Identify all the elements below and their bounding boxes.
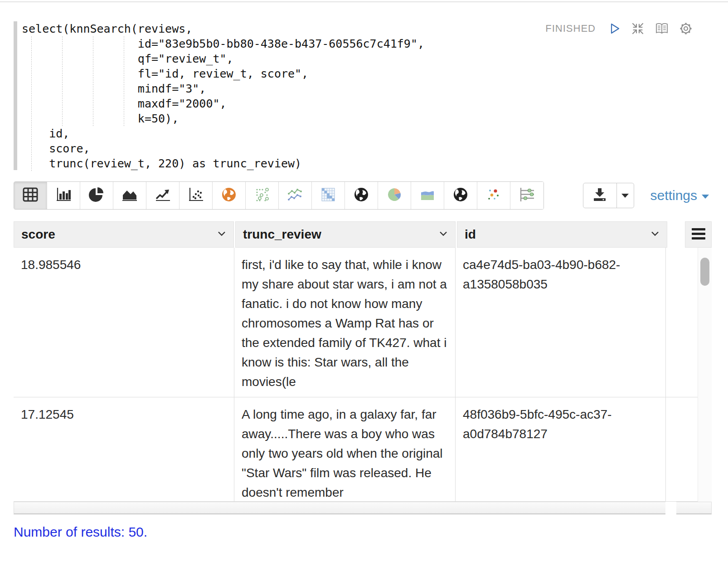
settings-toggle[interactable]: settings (650, 188, 709, 203)
globe-dark-2-icon (452, 186, 469, 205)
chart-button-heatmap-grid[interactable] (312, 182, 345, 209)
chart-button-stacked-area-chart[interactable] (411, 182, 444, 209)
paragraph-controls (607, 22, 693, 35)
shrink-icon[interactable] (631, 22, 645, 35)
table-icon (22, 186, 39, 205)
cell-id: 48f036b9-5bfc-495c-ac37-a0d784b78127 (456, 397, 666, 501)
download-split-button (583, 183, 634, 208)
caret-down-icon (702, 195, 709, 199)
visualization-toolbar: settings (14, 181, 714, 210)
play-icon[interactable] (607, 22, 621, 35)
cell-score: 18.985546 (14, 248, 234, 397)
range-sliders-icon (519, 186, 535, 205)
chart-button-table[interactable] (14, 182, 47, 209)
caret-down-icon (621, 194, 629, 198)
heatmap-grid-icon (320, 186, 336, 205)
hamburger-menu-icon (692, 228, 705, 241)
chart-button-line-chart[interactable] (146, 182, 180, 209)
horizontal-scrollbar[interactable] (14, 502, 712, 514)
indent-guide (124, 36, 124, 126)
query-code[interactable]: select(knnSearch(reviews, id="83e9b5b0-b… (22, 21, 539, 171)
table-row: 18.985546first, i'd like to say that, wh… (14, 248, 712, 397)
result-count-text: Number of results: 50. (14, 524, 147, 540)
chart-type-button-group (14, 181, 544, 210)
results-table: scoretrunc_reviewid 18.985546first, i'd … (14, 221, 712, 514)
cell-trunc-review: first, i'd like to say that, while i kno… (234, 248, 456, 397)
column-header-id[interactable]: id (457, 221, 667, 248)
download-icon (592, 187, 607, 204)
dot-matrix-icon (254, 186, 270, 205)
download-button[interactable] (583, 183, 617, 208)
book-icon[interactable] (655, 22, 669, 35)
pie-chart-color-icon (386, 186, 403, 205)
indent-guide (31, 36, 32, 171)
column-header-trunc_review[interactable]: trunc_review (235, 221, 456, 248)
chart-button-scatter-chart[interactable] (180, 182, 213, 209)
chevron-down-icon[interactable] (217, 230, 226, 239)
pie-chart-icon (88, 186, 105, 205)
scatter-chart-icon (188, 186, 204, 205)
chart-button-bar-chart[interactable] (47, 182, 80, 209)
gear-icon[interactable] (679, 22, 693, 35)
table-menu-button[interactable] (685, 221, 712, 248)
chart-button-range-sliders[interactable] (510, 182, 544, 209)
editor-gutter-bar (14, 21, 17, 170)
scatter-color-icon (485, 186, 502, 205)
globe-dark-icon (353, 186, 369, 205)
status-badge: FINISHED (545, 23, 596, 34)
paragraph-top-divider (0, 1, 728, 2)
table-body: 18.985546first, i'd like to say that, wh… (14, 248, 712, 502)
column-header-score[interactable]: score (14, 221, 234, 248)
chevron-down-icon[interactable] (650, 230, 660, 239)
column-label: score (21, 227, 55, 242)
chart-button-area-chart[interactable] (113, 182, 146, 209)
globe-orange-icon (221, 186, 237, 205)
chart-button-pie-chart[interactable] (80, 182, 113, 209)
vertical-scrollbar[interactable] (698, 248, 712, 502)
stacked-area-chart-icon (419, 186, 436, 205)
chart-button-globe-orange[interactable] (213, 182, 246, 209)
multi-line-chart-icon (287, 186, 303, 205)
cell-id: ca4e74d5-ba03-4b90-b682-a1358058b035 (456, 248, 666, 397)
indent-guide (93, 36, 93, 126)
horizontal-scrollbar-notch (665, 502, 676, 514)
settings-label: settings (650, 188, 697, 203)
paragraph-status-bar: FINISHED (545, 22, 693, 35)
chevron-down-icon[interactable] (439, 230, 448, 239)
area-chart-icon (121, 186, 138, 205)
bar-chart-icon (55, 186, 72, 205)
table-header-row: scoretrunc_reviewid (14, 221, 712, 248)
cell-trunc-review: A long time ago, in a galaxy far, far aw… (234, 397, 456, 501)
chart-button-scatter-color[interactable] (477, 182, 510, 209)
column-label: id (465, 227, 476, 242)
download-options-button[interactable] (617, 183, 634, 208)
table-row: 17.12545A long time ago, in a galaxy far… (14, 397, 712, 502)
line-chart-icon (155, 186, 171, 205)
chart-button-globe-dark-2[interactable] (444, 182, 477, 209)
indent-guide (62, 36, 63, 126)
code-editor[interactable]: select(knnSearch(reviews, id="83e9b5b0-b… (14, 21, 539, 172)
chart-button-globe-dark[interactable] (345, 182, 378, 209)
column-label: trunc_review (243, 227, 321, 242)
vertical-scrollbar-thumb[interactable] (700, 258, 709, 286)
chart-button-multi-line-chart[interactable] (279, 182, 312, 209)
chart-button-pie-chart-color[interactable] (378, 182, 411, 209)
chart-button-dot-matrix[interactable] (246, 182, 279, 209)
cell-score: 17.12545 (14, 397, 234, 501)
